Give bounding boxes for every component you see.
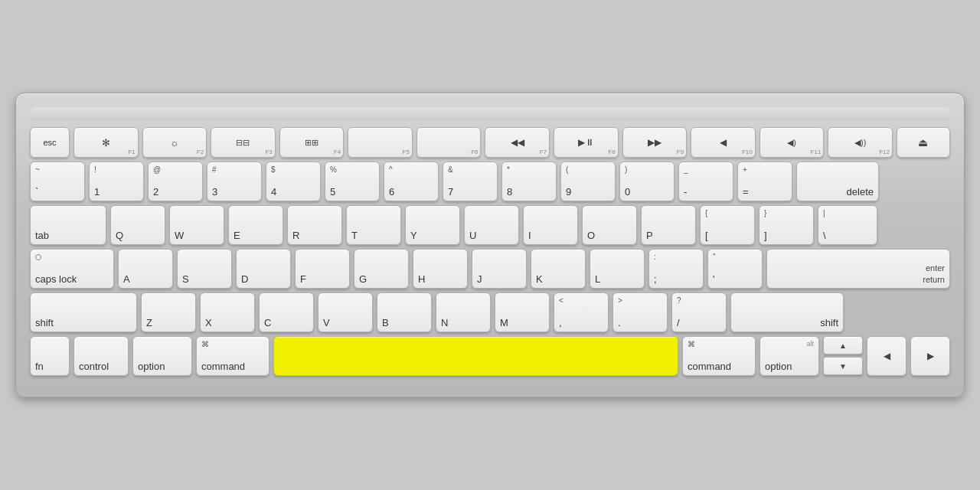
key-shift-left[interactable]: shift — [30, 292, 137, 332]
key-f5[interactable]: F5 — [348, 127, 413, 158]
key-b[interactable]: B — [377, 292, 432, 332]
key-l[interactable]: L — [590, 249, 645, 289]
key-c[interactable]: C — [259, 292, 314, 332]
key-equals[interactable]: + = — [737, 162, 792, 201]
key-y[interactable]: Y — [405, 205, 460, 245]
key-quote[interactable]: " ' — [707, 249, 763, 289]
key-f6[interactable]: F6 — [416, 127, 482, 158]
key-9[interactable]: ( 9 — [560, 162, 616, 201]
key-slash[interactable]: ? / — [671, 292, 727, 332]
key-o[interactable]: O — [582, 205, 637, 245]
key-u[interactable]: U — [464, 205, 519, 245]
key-f10[interactable]: ◀ F10 — [691, 127, 756, 158]
key-j[interactable]: J — [472, 249, 527, 289]
key-2[interactable]: @ 2 — [148, 162, 203, 201]
key-s[interactable]: S — [177, 249, 232, 289]
key-arrow-left[interactable]: ◀ — [867, 336, 906, 376]
key-delete[interactable]: delete — [796, 162, 879, 201]
key-h[interactable]: H — [413, 249, 468, 289]
key-v[interactable]: V — [318, 292, 373, 332]
key-f12[interactable]: ◀)) F12 — [828, 127, 893, 158]
key-option-right[interactable]: alt option — [760, 336, 819, 376]
key-comma[interactable]: < , — [554, 292, 609, 332]
key-minus[interactable]: _ - — [678, 162, 733, 201]
key-e[interactable]: E — [228, 205, 283, 245]
shift-row: shift Z X C V B N M < , > . — [30, 292, 950, 332]
key-d[interactable]: D — [236, 249, 291, 289]
key-enter[interactable]: enterreturn — [766, 249, 950, 289]
key-shift-right[interactable]: shift — [730, 292, 844, 332]
keyboard: esc ✻ F1 ☼ F2 ⊟⊟ F3 ⊞⊞ F4 F5 F6 ◀◀ F7 ▶⏸ — [15, 93, 965, 397]
key-f7[interactable]: ◀◀ F7 — [485, 127, 550, 158]
home-row: caps lock A S D F G H J K L : ; — [30, 249, 950, 289]
key-1[interactable]: ! 1 — [89, 162, 144, 201]
key-f[interactable]: F — [295, 249, 350, 289]
key-z[interactable]: Z — [141, 292, 196, 332]
key-tab[interactable]: tab — [30, 205, 106, 245]
key-q[interactable]: Q — [110, 205, 165, 245]
function-row: esc ✻ F1 ☼ F2 ⊟⊟ F3 ⊞⊞ F4 F5 F6 ◀◀ F7 ▶⏸ — [30, 127, 950, 158]
key-option-left[interactable]: option — [132, 336, 192, 376]
key-r[interactable]: R — [287, 205, 342, 245]
arrow-up-down: ▲ ▼ — [823, 336, 863, 376]
key-f8[interactable]: ▶⏸ F8 — [554, 127, 619, 158]
key-space[interactable] — [273, 336, 678, 376]
key-esc[interactable]: esc — [30, 127, 70, 158]
key-f9[interactable]: ▶▶ F9 — [622, 127, 688, 158]
qwerty-row: tab Q W E R T Y U I O P — [30, 205, 950, 245]
key-f1[interactable]: ✻ F1 — [74, 127, 139, 158]
key-lbracket[interactable]: { [ — [700, 205, 755, 245]
key-caps-lock[interactable]: caps lock — [30, 249, 114, 289]
key-f3[interactable]: ⊟⊟ F3 — [211, 127, 276, 158]
key-3[interactable]: # 3 — [207, 162, 262, 201]
key-7[interactable]: & 7 — [443, 162, 498, 201]
key-command-left[interactable]: ⌘ command — [196, 336, 270, 376]
key-m[interactable]: M — [495, 292, 550, 332]
bottom-row: fn control option ⌘ command ⌘ command al… — [30, 336, 950, 376]
key-a[interactable]: A — [118, 249, 173, 289]
key-backslash[interactable]: | \ — [818, 205, 877, 245]
key-t[interactable]: T — [346, 205, 401, 245]
key-backtick[interactable]: ~ ` — [30, 162, 85, 201]
key-semicolon[interactable]: : ; — [648, 249, 704, 289]
key-p[interactable]: P — [641, 205, 696, 245]
key-f4[interactable]: ⊞⊞ F4 — [279, 127, 345, 158]
key-f2[interactable]: ☼ F2 — [142, 127, 207, 158]
caps-lock-indicator — [35, 254, 41, 260]
key-arrow-right[interactable]: ▶ — [910, 336, 950, 376]
key-i[interactable]: I — [523, 205, 578, 245]
key-g[interactable]: G — [354, 249, 409, 289]
key-control[interactable]: control — [74, 336, 129, 376]
key-4[interactable]: $ 4 — [266, 162, 321, 201]
key-period[interactable]: > . — [612, 292, 668, 332]
key-arrow-down[interactable]: ▼ — [823, 357, 863, 375]
key-command-right[interactable]: ⌘ command — [682, 336, 756, 376]
key-k[interactable]: K — [531, 249, 586, 289]
key-eject[interactable]: ⏏ — [897, 127, 950, 158]
key-0[interactable]: ) 0 — [619, 162, 675, 201]
number-row: ~ ` ! 1 @ 2 # 3 $ 4 % 5 ^ 6 & 7 — [30, 162, 950, 201]
keyboard-top-bar — [30, 107, 950, 121]
key-w[interactable]: W — [169, 205, 224, 245]
key-fn[interactable]: fn — [30, 336, 70, 376]
key-arrow-up[interactable]: ▲ — [823, 336, 863, 354]
key-n[interactable]: N — [436, 292, 491, 332]
key-rbracket[interactable]: } ] — [759, 205, 814, 245]
key-f11[interactable]: ◀) F11 — [760, 127, 825, 158]
key-x[interactable]: X — [200, 292, 255, 332]
key-6[interactable]: ^ 6 — [384, 162, 439, 201]
key-8[interactable]: * 8 — [501, 162, 557, 201]
key-5[interactable]: % 5 — [325, 162, 380, 201]
